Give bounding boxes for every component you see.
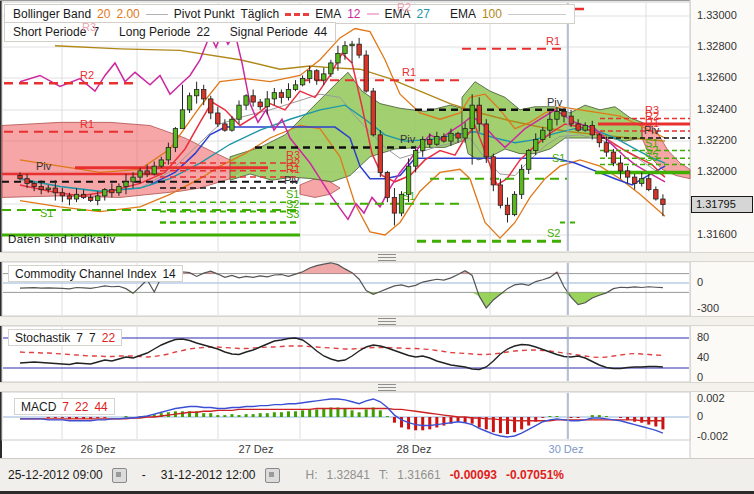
high-label: H: (306, 468, 318, 482)
date-range-separator: - (142, 468, 146, 482)
macd-axis-label: -0.002 (697, 430, 728, 442)
candle-down (67, 196, 71, 199)
x-axis-label: 28 Dez (397, 443, 432, 455)
macd-hist-down (435, 417, 438, 427)
candle-down (81, 194, 85, 197)
macd-p1: 7 (62, 400, 69, 414)
candle-down (223, 124, 227, 130)
candle-down (60, 193, 64, 196)
long-period-label: Long Periode (119, 25, 190, 39)
candle-down (279, 93, 283, 98)
x-axis-label: 27 Dez (239, 443, 274, 455)
macd-hist-up (266, 413, 269, 417)
candle-up (124, 182, 128, 187)
candle-down (145, 171, 149, 174)
stoch-p1: 7 (76, 331, 83, 345)
bollinger-line-sample (146, 14, 168, 15)
pivot-label: R1 (402, 66, 416, 78)
splitter-grip-icon[interactable] (378, 318, 396, 326)
candle-up (300, 79, 304, 85)
price-axis-label: 1.32200 (697, 134, 737, 146)
pivot-label: Piv (36, 160, 52, 172)
candle-down (618, 163, 622, 171)
macd-hist-up (301, 410, 304, 417)
calendar-icon[interactable] (112, 468, 127, 483)
panel-splitter-3[interactable] (0, 382, 754, 392)
macd-p3: 44 (94, 400, 107, 414)
stochastic-panel-title: Stochastik 7 7 22 (8, 329, 122, 346)
pivot-label: S2 (547, 227, 560, 239)
panel-splitter-2[interactable] (0, 316, 754, 326)
cci-axis-label: 0 (697, 276, 703, 288)
candle-down (442, 136, 446, 141)
candle-up (350, 44, 354, 46)
pivot-label: S1 (40, 207, 53, 219)
candle-up (343, 46, 347, 54)
candle-up (435, 136, 439, 144)
low-value: 1.31661 (397, 468, 440, 482)
pivot-mode: Täglich (240, 7, 279, 21)
calendar-icon[interactable] (265, 468, 280, 483)
candle-down (18, 176, 22, 179)
candle-down (392, 197, 396, 213)
current-price-badge: 1.31795 (691, 196, 753, 213)
pivot-label: S1 (552, 152, 565, 164)
macd-hist-up (548, 416, 551, 417)
candle-up (534, 140, 538, 151)
candle-up (96, 196, 100, 201)
cci-axis-label: -300 (697, 302, 719, 314)
candle-down (428, 140, 432, 145)
candle-up (237, 105, 241, 119)
candle-up (541, 130, 545, 139)
macd-hist-down (103, 417, 106, 418)
ema27-period: 27 (417, 7, 430, 21)
macd-hist-up (591, 415, 594, 417)
candle-down (456, 133, 460, 138)
macd-hist-up (252, 414, 255, 417)
stoch-label: Stochastik (15, 331, 70, 345)
candle-down (385, 172, 389, 197)
macd-hist-up (202, 413, 205, 417)
x-axis-label: 26 Dez (81, 443, 116, 455)
date-to-field[interactable]: 31-12-2012 12:00 (161, 468, 256, 482)
macd-hist-down (570, 417, 573, 418)
candle-down (216, 113, 220, 124)
cci-period: 14 (162, 267, 175, 281)
stoch-axis-label: 80 (697, 331, 709, 343)
pivot-label: Piv (547, 96, 563, 108)
splitter-grip-icon[interactable] (378, 254, 396, 262)
candle-down (505, 205, 509, 214)
candle-up (166, 147, 170, 160)
ema12-label: EMA (315, 7, 341, 21)
macd-hist-down (541, 417, 544, 418)
date-from-field[interactable]: 25-12-2012 09:00 (8, 468, 103, 482)
macd-hist-up (322, 408, 325, 417)
panel-splitter-1[interactable] (0, 252, 754, 262)
candle-down (88, 197, 92, 200)
macd-hist-up (343, 408, 346, 417)
candle-up (131, 177, 135, 182)
macd-hist-up (124, 416, 127, 417)
candle-up (413, 151, 417, 167)
candle-down (110, 190, 114, 193)
pivot-label: R1 (546, 35, 560, 47)
pivot-label: Pivot Punkt (174, 7, 235, 21)
candle-up (173, 129, 177, 148)
macd-hist-down (61, 417, 64, 418)
macd-hist-down (428, 417, 431, 429)
candle-down (39, 186, 43, 189)
candle-down (315, 71, 319, 80)
candle-up (555, 111, 559, 119)
candle-down (576, 124, 580, 130)
candle-down (604, 143, 608, 152)
candle-up (449, 133, 453, 141)
macd-hist-up (315, 409, 318, 417)
macd-hist-down (464, 417, 467, 423)
pivot-label: R2 (80, 69, 94, 81)
macd-hist-up (294, 411, 297, 417)
candle-up (336, 54, 340, 63)
price-axis-label: 1.33000 (697, 9, 737, 21)
candle-down (201, 90, 205, 99)
splitter-grip-icon[interactable] (378, 384, 396, 392)
cci-panel-title: Commodity Channel Index 14 (8, 265, 183, 282)
